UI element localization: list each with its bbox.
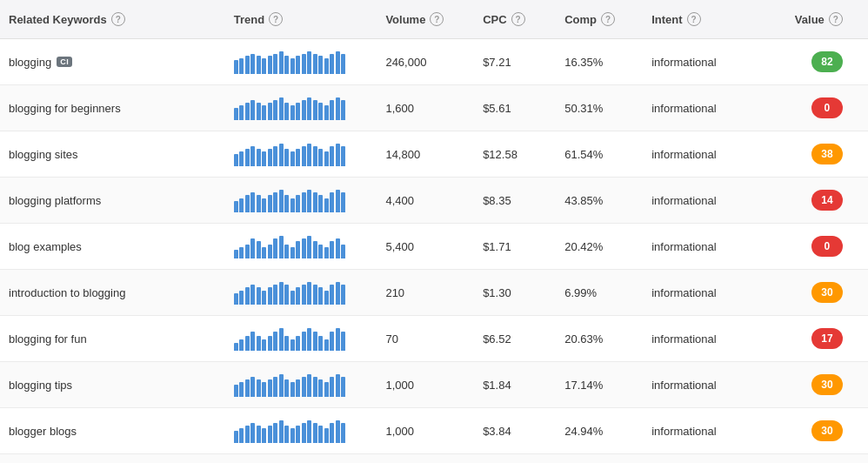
keyword-text: blogging tips [9,379,72,392]
trend-bar [296,287,300,305]
intent-help-icon[interactable]: ? [687,12,701,26]
keyword-cell: blogging sites [0,131,225,178]
trend-bar [239,151,244,166]
keyword-help-icon[interactable]: ? [111,12,125,26]
keyword-text: blog examples [9,240,82,253]
trend-bar [341,192,345,212]
keyword-cell: bloggingCI [0,39,225,85]
intent-cell: informational [643,131,786,178]
trend-bar [302,423,306,443]
trend-bar [336,420,340,443]
trend-bar [336,144,340,166]
trend-cell [225,224,377,270]
trend-bar [284,103,289,120]
trend-bar [273,377,277,397]
trend-bar [336,190,340,212]
intent-cell: informational [643,362,786,408]
trend-bar [302,285,306,305]
col-header-cpc: CPC ? [474,0,556,39]
trend-bar [290,198,295,212]
col-header-volume: Volume ? [377,0,474,39]
trend-bar [284,149,289,166]
trend-bar [279,282,284,305]
value-cell: 0 [786,85,868,131]
comp-cell: 16.35% [556,39,643,85]
value-help-icon[interactable]: ? [829,12,843,26]
col-header-trend: Trend ? [225,0,377,39]
intent-col-label: Intent [651,13,682,26]
trend-bar [302,238,306,258]
trend-bar [279,97,284,120]
trend-bar [262,105,266,120]
trend-bar [257,336,261,351]
trend-bar [268,426,272,443]
keyword-cell: blog examples [0,224,225,270]
trend-bar [296,195,300,212]
trend-bar [296,241,300,258]
value-cell: 0 [786,224,868,270]
trend-cell [225,408,377,454]
volume-help-icon[interactable]: ? [430,12,444,26]
trend-bar [273,54,277,74]
trend-bar [245,149,250,166]
trend-help-icon[interactable]: ? [269,12,283,26]
trend-bar [273,332,277,351]
trend-bar [234,154,238,166]
trend-bar [268,287,272,305]
keyword-text: blogging for beginners [9,102,121,115]
trend-cell [225,454,377,464]
trend-bar [268,56,272,74]
trend-bar [307,51,311,74]
trend-cell [225,316,377,362]
trend-bar [279,236,284,258]
cpc-cell: $1.30 [474,270,556,316]
trend-bar [307,190,311,212]
trend-bar [330,241,334,258]
trend-bar [336,374,340,397]
table-row: bloggingCI246,000$7.2116.35%informationa… [0,39,868,85]
volume-cell: 1,600 [377,85,474,131]
keyword-cell: blogging for beginners [0,85,225,131]
comp-help-icon[interactable]: ? [601,12,615,26]
value-cell: 69 [786,454,868,464]
trend-bar [262,151,266,166]
trend-bar [268,379,272,397]
trend-bar [279,51,284,74]
trend-bar [290,58,295,74]
intent-cell: informational [643,178,786,224]
trend-bar [302,146,306,166]
trend-bar [234,108,238,120]
trend-bar [279,190,284,212]
trend-bar [262,339,266,351]
value-cell: 30 [786,362,868,408]
trend-bar [284,195,289,212]
trend-cell [225,39,377,85]
trend-bar [307,236,311,258]
trend-bar [313,146,317,166]
comp-cell: 24.94% [556,408,643,454]
trend-bar [234,343,238,351]
trend-bar [290,291,295,305]
trend-bar [273,146,277,166]
cpc-help-icon[interactable]: ? [511,12,525,26]
intent-cell: informational [643,408,786,454]
trend-bar [330,285,334,305]
trend-cell [225,178,377,224]
trend-bar [313,423,317,443]
intent-cell: informational [643,39,786,85]
trend-bar [324,291,329,305]
cpc-cell: $8.35 [474,178,556,224]
volume-cell: 246,000 [377,39,474,85]
trend-cell [225,270,377,316]
trend-bar [257,379,261,397]
trend-bar [279,420,284,443]
intent-cell: informational [643,454,786,464]
trend-bar [284,336,289,351]
trend-bar [262,382,266,397]
related-keywords-table: Related Keywords ? Trend ? Volume ? [0,0,868,463]
trend-bar [268,149,272,166]
keyword-text: blogging platforms [9,194,101,207]
trend-bar [307,144,311,166]
table-row: blogger blogs1,000$3.8424.94%information… [0,408,868,454]
keyword-cell: blogging tips [0,362,225,408]
